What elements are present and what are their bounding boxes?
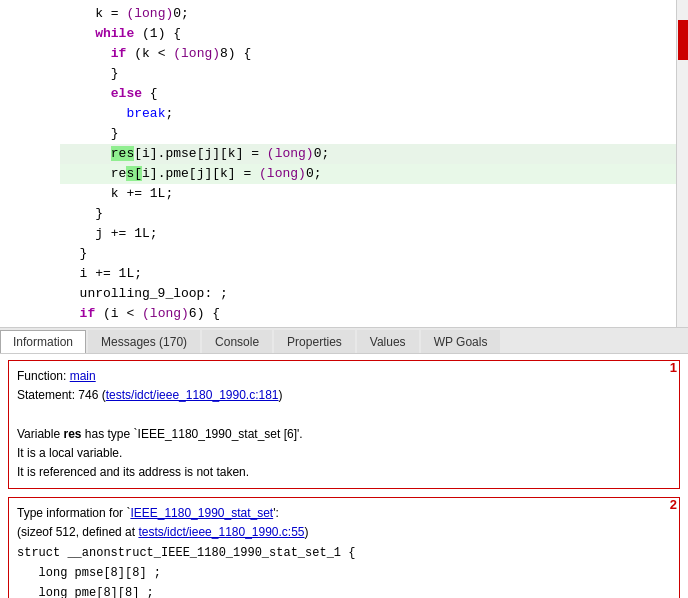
tab-wpgoals[interactable]: WP Goals: [421, 330, 501, 353]
code-line: i += 1L;: [60, 264, 688, 284]
type-link[interactable]: IEEE_1180_1990_stat_set: [130, 506, 273, 520]
ref-info: It is referenced and its address is not …: [17, 465, 249, 479]
struct-def: struct __anonstruct_IEEE_1180_1990_stat_…: [17, 546, 355, 560]
main-container: k = (long)0; while (1) { if (k < (long)8…: [0, 0, 688, 598]
code-line: k += 1L;: [60, 184, 688, 204]
info-box-1: 1 Function: main Statement: 746 (tests/i…: [8, 360, 680, 489]
code-content: k = (long)0; while (1) { if (k < (long)8…: [0, 0, 688, 327]
code-line: }: [60, 124, 688, 144]
sizeof-info: (sizeof 512, defined at: [17, 525, 138, 539]
info-box-2: 2 Type information for `IEEE_1180_1990_s…: [8, 497, 680, 598]
function-label: Function:: [17, 369, 70, 383]
tab-values[interactable]: Values: [357, 330, 419, 353]
code-line: break;: [60, 104, 688, 124]
tab-messages[interactable]: Messages (170): [88, 330, 200, 353]
code-line: }: [60, 324, 688, 327]
statement-label: Statement: 746 (: [17, 388, 106, 402]
struct-field-2: long pme[8][8] ;: [17, 586, 154, 598]
code-line: if (i < (long)6) {: [60, 304, 688, 324]
code-line: res[i].pme[j][k] = (long)0;: [60, 164, 688, 184]
local-var-info: It is a local variable.: [17, 446, 122, 460]
code-line: }: [60, 64, 688, 84]
code-line: unrolling_9_loop: ;: [60, 284, 688, 304]
scrollbar-thumb[interactable]: [678, 20, 688, 60]
type-info-label: Type information for `IEEE_1180_1990_sta…: [17, 506, 279, 520]
box-number-2: 2: [667, 497, 680, 512]
code-line: }: [60, 244, 688, 264]
code-line: while (1) {: [60, 24, 688, 44]
tabs-bar: Information Messages (170) Console Prope…: [0, 328, 688, 354]
code-line: j += 1L;: [60, 224, 688, 244]
statement-link[interactable]: tests/idct/ieee_1180_1990.c:181: [106, 388, 279, 402]
struct-field-1: long pmse[8][8] ;: [17, 566, 161, 580]
statement-close: ): [279, 388, 283, 402]
code-line: else {: [60, 84, 688, 104]
box-number-1: 1: [667, 360, 680, 375]
tab-properties[interactable]: Properties: [274, 330, 355, 353]
function-main-link[interactable]: main: [70, 369, 96, 383]
code-line: }: [60, 204, 688, 224]
info-text-1: Function: main Statement: 746 (tests/idc…: [17, 367, 671, 482]
tab-console[interactable]: Console: [202, 330, 272, 353]
code-line: if (k < (long)8) {: [60, 44, 688, 64]
code-area: k = (long)0; while (1) { if (k < (long)8…: [0, 0, 688, 328]
scrollbar-right[interactable]: [676, 0, 688, 327]
code-line: res[i].pmse[j][k] = (long)0;: [60, 144, 688, 164]
info-text-2: Type information for `IEEE_1180_1990_sta…: [17, 504, 671, 598]
tab-information[interactable]: Information: [0, 330, 86, 353]
variable-info: Variable res has type `IEEE_1180_1990_st…: [17, 427, 303, 441]
bottom-panel: Information Messages (170) Console Prope…: [0, 328, 688, 598]
code-line: k = (long)0;: [60, 4, 688, 24]
panel-content: 1 Function: main Statement: 746 (tests/i…: [0, 354, 688, 598]
sizeof-link[interactable]: tests/idct/ieee_1180_1990.c:55: [138, 525, 304, 539]
